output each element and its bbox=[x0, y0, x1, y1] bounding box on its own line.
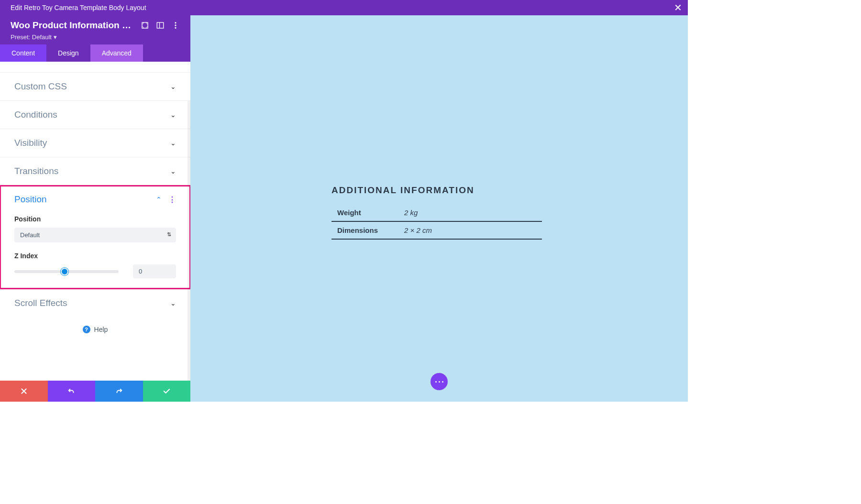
table-row: Dimensions 2 × 2 cm bbox=[331, 221, 542, 239]
help-row[interactable]: ? Help bbox=[0, 317, 190, 340]
acc-title-scroll: Scroll Effects bbox=[14, 298, 67, 308]
acc-title-css: Custom CSS bbox=[14, 81, 67, 92]
close-icon[interactable]: ✕ bbox=[674, 3, 682, 12]
position-select[interactable]: Default ⇅ bbox=[14, 228, 176, 242]
help-icon: ? bbox=[83, 326, 90, 333]
module-title: Woo Product Information S... bbox=[11, 20, 134, 31]
chevron-down-icon: ⌄ bbox=[170, 83, 176, 90]
attr-val: 2 × 2 cm bbox=[398, 221, 542, 239]
slider-thumb[interactable] bbox=[61, 268, 68, 275]
expand-icon[interactable] bbox=[141, 21, 149, 30]
redo-button[interactable] bbox=[95, 381, 143, 402]
panel-icon[interactable] bbox=[156, 21, 165, 30]
acc-header-visibility[interactable]: Visibility ⌄ bbox=[0, 129, 190, 157]
table-row: Weight 2 kg bbox=[331, 204, 542, 221]
acc-transitions: Transitions ⌄ bbox=[0, 157, 190, 185]
acc-title-transitions: Transitions bbox=[14, 166, 58, 176]
more-icon[interactable] bbox=[171, 21, 180, 30]
cancel-button[interactable] bbox=[0, 381, 48, 402]
save-button[interactable] bbox=[143, 381, 191, 402]
acc-title-visibility: Visibility bbox=[14, 138, 47, 148]
chevron-down-icon: ⌄ bbox=[170, 139, 176, 147]
tab-design[interactable]: Design bbox=[46, 44, 90, 62]
acc-position: Position ⌃ ⋮ Position Default ⇅ Z Index bbox=[0, 185, 190, 289]
chevron-down-icon: ⌄ bbox=[170, 299, 176, 307]
module-header: Woo Product Information S... Preset: Def… bbox=[0, 15, 190, 44]
fab-button[interactable] bbox=[430, 373, 448, 390]
acc-custom-css: Custom CSS ⌄ bbox=[0, 72, 190, 100]
preview-canvas: ADDITIONAL INFORMATION Weight 2 kg Dimen… bbox=[190, 15, 688, 402]
preview-content: ADDITIONAL INFORMATION Weight 2 kg Dimen… bbox=[331, 185, 542, 240]
action-bar bbox=[0, 381, 190, 402]
tabs: Content Design Advanced bbox=[0, 44, 190, 62]
main-wrap: Woo Product Information S... Preset: Def… bbox=[0, 15, 688, 402]
zindex-label: Z Index bbox=[14, 252, 176, 260]
svg-point-3 bbox=[175, 22, 177, 23]
preset-select[interactable]: Preset: Default ▾ bbox=[11, 33, 180, 41]
acc-scroll: Scroll Effects ⌄ bbox=[0, 289, 190, 317]
acc-title-position: Position bbox=[14, 194, 47, 205]
acc-header-transitions[interactable]: Transitions ⌄ bbox=[0, 157, 190, 185]
preview-table: Weight 2 kg Dimensions 2 × 2 cm bbox=[331, 204, 542, 240]
dots-icon bbox=[434, 381, 444, 383]
acc-visibility: Visibility ⌄ bbox=[0, 129, 190, 157]
svg-point-5 bbox=[175, 27, 177, 29]
undo-button[interactable] bbox=[48, 381, 96, 402]
chevron-down-icon: ⌄ bbox=[170, 167, 176, 175]
svg-point-4 bbox=[175, 25, 177, 26]
attr-val: 2 kg bbox=[398, 204, 542, 221]
acc-header-conditions[interactable]: Conditions ⌄ bbox=[0, 101, 190, 129]
window-title: Edit Retro Toy Camera Template Body Layo… bbox=[11, 4, 146, 11]
position-value: Default bbox=[20, 231, 40, 239]
titlebar: Edit Retro Toy Camera Template Body Layo… bbox=[0, 0, 688, 15]
acc-conditions: Conditions ⌄ bbox=[0, 100, 190, 129]
tab-advanced[interactable]: Advanced bbox=[90, 44, 143, 62]
help-label: Help bbox=[94, 326, 108, 333]
chevron-up-icon: ⌃ bbox=[156, 196, 162, 203]
acc-header-position[interactable]: Position ⌃ ⋮ bbox=[0, 186, 190, 213]
more-icon[interactable]: ⋮ bbox=[168, 195, 176, 204]
tab-content[interactable]: Content bbox=[0, 44, 46, 62]
zindex-slider[interactable] bbox=[14, 270, 119, 273]
attr-key: Dimensions bbox=[331, 221, 398, 239]
svg-rect-1 bbox=[157, 22, 164, 28]
attr-key: Weight bbox=[331, 204, 398, 221]
select-caret-icon: ⇅ bbox=[167, 231, 171, 238]
acc-body-position: Position Default ⇅ Z Index bbox=[0, 213, 190, 289]
position-label: Position bbox=[14, 215, 176, 223]
acc-header-css[interactable]: Custom CSS ⌄ bbox=[0, 73, 190, 100]
acc-header-scroll[interactable]: Scroll Effects ⌄ bbox=[0, 289, 190, 317]
settings-sidebar: Woo Product Information S... Preset: Def… bbox=[0, 15, 190, 402]
preview-heading: ADDITIONAL INFORMATION bbox=[331, 185, 542, 196]
panel-area[interactable]: Custom CSS ⌄ Conditions ⌄ Visibility ⌄ T… bbox=[0, 62, 190, 381]
svg-rect-0 bbox=[142, 22, 148, 28]
zindex-input[interactable] bbox=[133, 264, 176, 278]
acc-title-conditions: Conditions bbox=[14, 110, 57, 120]
chevron-down-icon: ⌄ bbox=[170, 111, 176, 119]
